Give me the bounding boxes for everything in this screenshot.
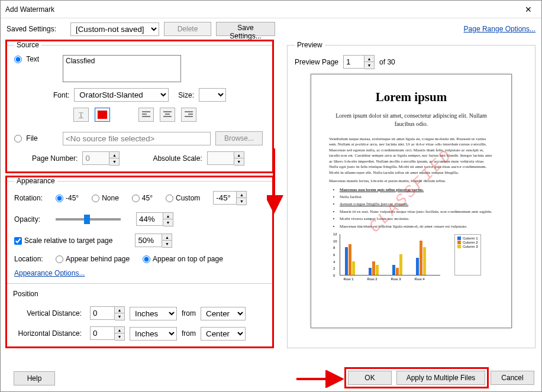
group-preview: Preview Preview Page ▲▼ of 30 CLASSFIED … (287, 41, 535, 348)
align-center-icon[interactable] (160, 108, 175, 122)
radio-ontop[interactable]: Appear on top of page (143, 255, 223, 263)
hdist-label: Horizontal Distance: (14, 329, 85, 338)
abs-scale-label: Absolute Scale: (153, 154, 202, 163)
vdist-unit[interactable]: Inches (130, 307, 177, 320)
pagenum-spin[interactable]: ▲▼ (82, 151, 120, 166)
hdist-unit[interactable]: Inches (130, 327, 177, 341)
appearance-options-link[interactable]: Appearance Options... (14, 269, 85, 277)
watermark-text-input[interactable]: Classfied (63, 55, 181, 82)
opacity-slider[interactable] (56, 218, 121, 221)
doc-title: Lorem ipsum (329, 90, 493, 105)
vdist-spin[interactable]: ▲▼ (90, 306, 125, 320)
preview-legend: Preview (295, 41, 325, 49)
font-label: Font: (53, 91, 69, 99)
preview-page-total: of 30 (379, 58, 395, 66)
align-left-icon[interactable] (138, 108, 154, 122)
preview-page-spin[interactable]: ▲▼ (343, 55, 375, 69)
file-path-input (63, 132, 211, 145)
apply-multiple-button[interactable]: Apply to Multiple Files (396, 371, 485, 385)
ok-button[interactable]: OK (348, 371, 392, 385)
hdist-from[interactable]: Center (201, 327, 246, 341)
pagenum-label: Page Number: (32, 154, 78, 163)
radio-rot-custom[interactable]: Custom (166, 194, 200, 202)
titlebar: Add Watermark ✕ (1, 1, 541, 18)
group-appearance: Appearance Rotation: -45° None 45° Custo… (7, 177, 273, 347)
chart-legend: Column 1Column 2Column 3 (454, 234, 481, 276)
save-settings-button[interactable]: Save Settings... (216, 22, 275, 36)
saved-settings-combo[interactable]: [Custom-not saved] (70, 22, 159, 36)
opacity-spin[interactable]: ▲▼ (136, 212, 173, 226)
scale-rel-spin[interactable]: ▲▼ (135, 234, 172, 248)
doc-para1: Vestibulum neque massa, scelerisque sit … (329, 137, 493, 176)
radio-rot-m45[interactable]: -45° (56, 194, 79, 202)
doc-subtitle: Lorem ipsum dolor sit amet, consectetur … (329, 112, 493, 128)
from-label-2: from (182, 329, 196, 338)
browse-button[interactable]: Browse... (215, 131, 263, 145)
vdist-from[interactable]: Center (201, 307, 246, 320)
preview-page: CLASSFIED Lorem ipsum Lorem ipsum dolor … (311, 74, 512, 328)
cancel-button[interactable]: Cancel (491, 371, 534, 385)
checkbox-scale-relative[interactable]: Scale relative to target page (14, 237, 112, 245)
saved-settings-label: Saved Settings: (7, 25, 66, 33)
up-chevron-icon: ▲ (109, 152, 119, 158)
page-range-link[interactable]: Page Range Options... (464, 25, 535, 33)
position-legend: Position (11, 290, 41, 298)
appearance-legend: Appearance (14, 177, 57, 185)
abs-scale-spin[interactable]: ▲▼ (207, 151, 244, 166)
hdist-spin[interactable]: ▲▼ (90, 326, 125, 341)
close-button[interactable]: ✕ (515, 1, 541, 18)
location-label: Location: (14, 255, 51, 263)
font-combo[interactable]: OratorStd-Slanted (74, 88, 169, 102)
vdist-label: Vertical Distance: (14, 309, 85, 318)
from-label-1: from (182, 309, 196, 318)
window-title: Add Watermark (5, 5, 515, 14)
source-legend: Source (14, 41, 41, 49)
doc-chart: 024681012Row 1Row 2Row 3Row 4 Column 1Co… (329, 234, 493, 276)
down-chevron-icon: ▼ (109, 158, 119, 165)
rotation-spin[interactable]: ▲▼ (213, 191, 247, 205)
preview-page-label: Preview Page (295, 58, 338, 66)
color-swatch[interactable] (95, 108, 110, 122)
radio-text[interactable]: Text (14, 55, 50, 63)
radio-file[interactable]: File (14, 134, 50, 142)
help-button[interactable]: Help (14, 371, 55, 385)
radio-behind[interactable]: Appear behind page (56, 255, 130, 263)
annotation-arrow-2 (296, 370, 344, 388)
group-source: Source Text Classfied Font: OratorStd-Sl… (7, 41, 273, 172)
opacity-label: Opacity: (14, 215, 51, 223)
delete-button[interactable]: Delete (164, 22, 211, 36)
radio-rot-45[interactable]: 45° (132, 194, 153, 202)
size-combo[interactable] (199, 88, 226, 102)
align-right-icon[interactable] (181, 108, 196, 122)
underline-icon[interactable]: T (73, 108, 89, 122)
rotation-label: Rotation: (14, 194, 51, 202)
radio-rot-none[interactable]: None (92, 194, 119, 202)
size-label: Size: (178, 91, 194, 99)
